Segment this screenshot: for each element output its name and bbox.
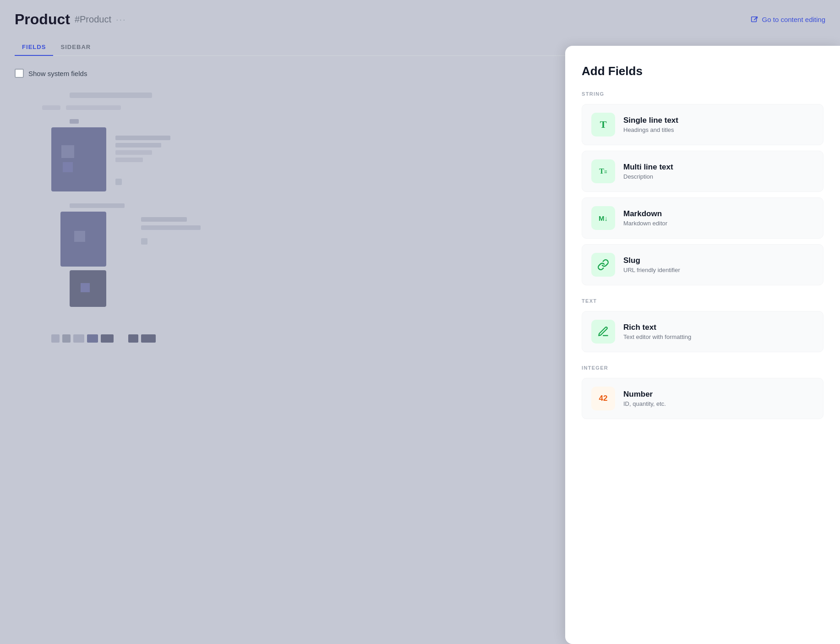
single-line-text-desc: Headings and titles — [623, 126, 814, 133]
show-system-fields-label: Show system fields — [28, 70, 87, 77]
slug-icon — [591, 253, 615, 277]
section-text-label: TEXT — [582, 298, 824, 304]
field-single-line-text[interactable]: T Single line text Headings and titles — [582, 104, 824, 145]
rich-text-icon — [591, 320, 615, 344]
field-number[interactable]: 42 Number ID, quantity, etc. — [582, 378, 824, 419]
go-to-content-button[interactable]: Go to content editing — [750, 16, 825, 24]
more-options-icon[interactable]: ··· — [116, 14, 126, 25]
link-icon — [597, 259, 609, 271]
multi-line-text-icon: T≡ — [591, 159, 615, 183]
multi-line-text-info: Multi line text Description — [623, 163, 814, 180]
add-fields-panel: Add Fields STRING T Single line text Hea… — [565, 46, 840, 644]
page-title: Product — [15, 11, 70, 28]
number-name: Number — [623, 390, 814, 399]
markdown-info: Markdown Markdown editor — [623, 209, 814, 227]
go-to-content-label: Go to content editing — [762, 16, 825, 23]
number-icon: 42 — [591, 387, 615, 410]
slug-info: Slug URL friendly identifier — [623, 256, 814, 273]
panel-title: Add Fields — [582, 64, 824, 78]
number-info: Number ID, quantity, etc. — [623, 390, 814, 407]
field-rich-text[interactable]: Rich text Text editor with formatting — [582, 311, 824, 352]
section-string-label: STRING — [582, 91, 824, 97]
single-line-text-info: Single line text Headings and titles — [623, 116, 814, 133]
markdown-desc: Markdown editor — [623, 220, 814, 227]
markdown-name: Markdown — [623, 209, 814, 218]
show-system-fields-checkbox[interactable] — [15, 69, 24, 78]
page-header: Product #Product ··· Go to content editi… — [15, 11, 825, 28]
page-hash: #Product — [75, 14, 111, 25]
rich-text-edit-icon — [597, 326, 609, 338]
tab-fields[interactable]: FIELDS — [15, 39, 53, 56]
rich-text-info: Rich text Text editor with formatting — [623, 323, 814, 340]
number-desc: ID, quantity, etc. — [623, 400, 814, 407]
markdown-icon: M↓ — [591, 206, 615, 230]
multi-line-text-desc: Description — [623, 173, 814, 180]
single-line-text-icon: T — [591, 113, 615, 136]
multi-line-text-name: Multi line text — [623, 163, 814, 172]
rich-text-name: Rich text — [623, 323, 814, 332]
field-slug[interactable]: Slug URL friendly identifier — [582, 244, 824, 285]
slug-desc: URL friendly identifier — [623, 267, 814, 273]
svg-rect-0 — [751, 16, 756, 22]
header-left: Product #Product ··· — [15, 11, 126, 28]
section-integer-label: INTEGER — [582, 365, 824, 371]
tab-sidebar[interactable]: SIDEBAR — [53, 39, 98, 56]
edit-icon — [750, 16, 758, 24]
rich-text-desc: Text editor with formatting — [623, 333, 814, 340]
field-markdown[interactable]: M↓ Markdown Markdown editor — [582, 197, 824, 239]
single-line-text-name: Single line text — [623, 116, 814, 125]
field-multi-line-text[interactable]: T≡ Multi line text Description — [582, 151, 824, 192]
slug-name: Slug — [623, 256, 814, 265]
